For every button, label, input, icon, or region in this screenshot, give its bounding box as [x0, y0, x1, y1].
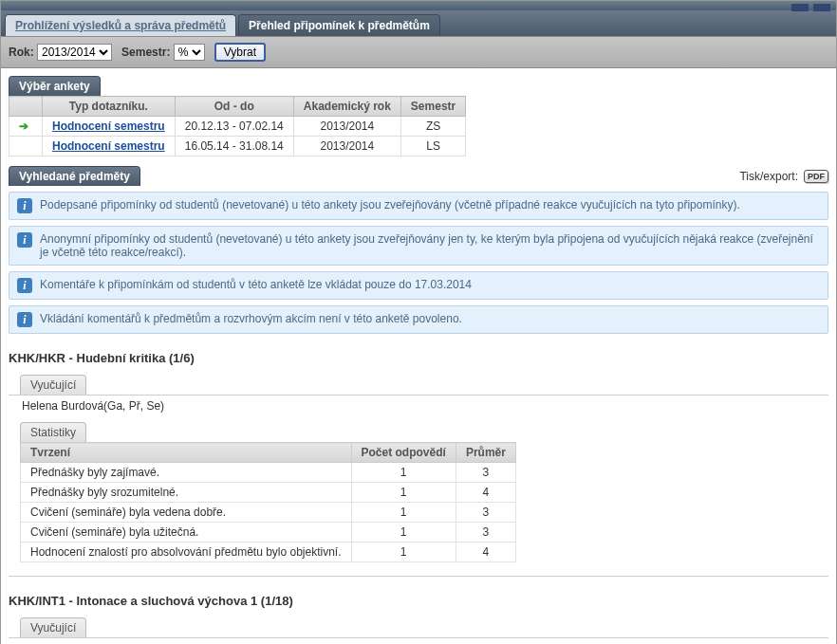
info-icon: i — [17, 198, 32, 213]
info-text: Komentáře k připomínkám od studentů v té… — [40, 278, 472, 291]
col-period: Od - do — [175, 97, 293, 117]
col-statement: Tvrzení — [21, 443, 352, 463]
course-block: KHK/HKR - Hudební kritika (1/6) Vyučujíc… — [9, 351, 828, 562]
info-text: Anonymní připomínky od studentů (nevetov… — [40, 232, 820, 259]
survey-link[interactable]: Hodnocení semestru — [52, 139, 165, 153]
info-text: Vkládání komentářů k předmětům a rozvrho… — [40, 312, 462, 325]
survey-sem: ZS — [400, 117, 465, 137]
survey-period: 16.05.14 - 31.08.14 — [175, 137, 293, 156]
found-header-row: Vyhledané předměty Tisk/export: PDF — [9, 166, 828, 186]
found-section-title: Vyhledané předměty — [9, 166, 140, 186]
app-window: Prohlížení výsledků a správa předmětů Př… — [0, 0, 837, 644]
stats-row: Cvičení (semináře) byla užitečná.13 — [21, 523, 516, 543]
content: Výběr ankety Typ dotazníku. Od - do Akad… — [1, 68, 836, 644]
col-type: Typ dotazníku. — [43, 97, 176, 117]
teachers-list: Helena Burdová(Ga, Př, Se) — [9, 395, 828, 416]
stmt: Přednášky byly zajímavé. — [21, 463, 352, 483]
survey-period: 20.12.13 - 07.02.14 — [175, 117, 293, 137]
cnt: 1 — [351, 483, 456, 503]
survey-year: 2013/2014 — [293, 137, 400, 156]
info-icon: i — [17, 312, 32, 327]
course-title: KHK/INT1 - Intonace a sluchová výchova 1… — [9, 594, 828, 608]
info-icon: i — [17, 278, 32, 293]
stats-row: Přednášky byly srozumitelné.14 — [21, 483, 516, 503]
survey-table: Typ dotazníku. Od - do Akademický rok Se… — [9, 96, 466, 156]
semester-select[interactable]: % — [174, 44, 205, 61]
window-control-icon[interactable] — [791, 4, 809, 11]
info-text: Podepsané připomínky od studentů (neveto… — [40, 198, 740, 212]
main-tabs: Prohlížení výsledků a správa předmětů Př… — [1, 10, 836, 36]
cnt: 1 — [351, 523, 456, 543]
info-box: i Anonymní připomínky od studentů (nevet… — [9, 226, 828, 266]
separator — [9, 576, 828, 577]
survey-row: Hodnocení semestru 16.05.14 - 31.08.14 2… — [9, 137, 466, 156]
stmt: Přednášky byly srozumitelné. — [21, 483, 352, 503]
stats-row: Přednášky byly zajímavé.13 — [21, 463, 516, 483]
stats-row: Hodnocení znalostí pro absolvování předm… — [21, 543, 516, 562]
info-box: i Komentáře k připomínkám od studentů v … — [9, 271, 828, 300]
col-year: Akademický rok — [293, 97, 400, 117]
avg: 4 — [456, 543, 515, 562]
tab-comments-overview[interactable]: Přehled připomínek k předmětům — [238, 14, 440, 36]
stmt: Hodnocení znalostí pro absolvování předm… — [21, 543, 352, 562]
submit-button[interactable]: Vybrat — [214, 43, 266, 62]
stats-tab: Statistiky — [20, 422, 86, 442]
info-box: i Podepsané připomínky od studentů (neve… — [9, 192, 828, 220]
year-label: Rok: — [9, 46, 34, 59]
row-selected-cell: ➔ — [9, 117, 43, 137]
window-header — [1, 1, 836, 10]
avg: 3 — [456, 463, 515, 483]
info-icon: i — [17, 232, 32, 248]
tab-results[interactable]: Prohlížení výsledků a správa předmětů — [5, 14, 236, 36]
cnt: 1 — [351, 463, 456, 483]
semester-label: Semestr: — [121, 46, 170, 59]
col-sem: Semestr — [400, 97, 465, 117]
survey-sem: LS — [400, 137, 465, 156]
stats-row: Cvičení (semináře) byla vedena dobře.13 — [21, 503, 516, 523]
course-title: KHK/HKR - Hudební kritika (1/6) — [9, 351, 828, 365]
survey-section-title: Výběr ankety — [9, 76, 101, 96]
cnt: 1 — [351, 503, 456, 523]
info-box: i Vkládání komentářů k předmětům a rozvr… — [9, 305, 828, 334]
teachers-list: Helena Burdová(Ga, Se), Martin Aubrecht(… — [9, 637, 828, 644]
avg: 3 — [456, 523, 515, 543]
stmt: Cvičení (semináře) byla užitečná. — [21, 523, 352, 543]
pdf-export-icon[interactable]: PDF — [804, 170, 828, 183]
survey-header-row: Typ dotazníku. Od - do Akademický rok Se… — [9, 97, 466, 117]
survey-year: 2013/2014 — [293, 117, 400, 137]
arrow-right-icon: ➔ — [19, 120, 32, 133]
cnt: 1 — [351, 543, 456, 562]
teachers-tab: Vyučující — [20, 617, 86, 637]
col-count: Počet odpovědí — [351, 443, 456, 463]
stats-table: Tvrzení Počet odpovědí Průměr Přednášky … — [20, 442, 516, 562]
avg: 3 — [456, 503, 515, 523]
course-block: KHK/INT1 - Intonace a sluchová výchova 1… — [9, 594, 828, 644]
export-label: Tisk/export: — [739, 170, 798, 183]
avg: 4 — [456, 483, 515, 503]
survey-link[interactable]: Hodnocení semestru — [52, 120, 165, 133]
year-select[interactable]: 2013/2014 — [37, 44, 112, 61]
survey-row: ➔ Hodnocení semestru 20.12.13 - 07.02.14… — [9, 117, 466, 137]
teachers-tab: Vyučující — [20, 375, 86, 395]
filter-bar: Rok: 2013/2014 Semestr: % Vybrat — [1, 36, 836, 68]
stmt: Cvičení (semináře) byla vedena dobře. — [21, 503, 352, 523]
col-avg: Průměr — [456, 443, 515, 463]
window-control-icon[interactable] — [813, 4, 830, 11]
